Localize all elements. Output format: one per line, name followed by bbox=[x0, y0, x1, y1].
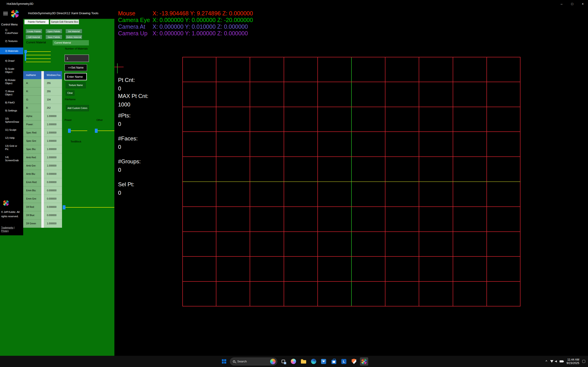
property-name-cell[interactable]: Emm Blu: bbox=[23, 186, 41, 195]
material-property-row[interactable]: Amb Blu: 0.000000 bbox=[23, 170, 62, 178]
property-name-cell[interactable]: Spec Gre: bbox=[23, 137, 41, 145]
property-name-cell[interactable]: Power: bbox=[23, 120, 41, 129]
property-value-cell[interactable]: 0.000000 bbox=[44, 186, 62, 195]
material-property-row[interactable]: Emm Red: 0.000000 bbox=[23, 178, 62, 186]
material-property-row[interactable]: Alpha: 1.000000 bbox=[23, 112, 62, 120]
task-view-button[interactable] bbox=[279, 357, 287, 366]
control-menu-item[interactable]: 1) ColorPicker bbox=[0, 28, 23, 35]
close-button[interactable]: × bbox=[578, 0, 588, 8]
property-value-cell[interactable]: 104 bbox=[44, 96, 62, 104]
material-count-input[interactable] bbox=[65, 55, 89, 62]
bottom-slider[interactable] bbox=[63, 205, 114, 210]
property-name-cell[interactable]: Amb Red: bbox=[23, 153, 41, 162]
clear-button[interactable]: Clear bbox=[66, 90, 74, 96]
column-header-type[interactable]: Windows.Fou bbox=[44, 71, 62, 79]
edge-button[interactable] bbox=[309, 357, 318, 366]
texture-name-button[interactable]: Texture Name bbox=[66, 82, 86, 88]
control-menu-item[interactable]: 8) FileIO bbox=[0, 101, 23, 104]
drawing-grid[interactable] bbox=[182, 57, 520, 307]
material-property-row[interactable]: Power: 1.000000 bbox=[23, 120, 62, 129]
power-slider[interactable] bbox=[68, 128, 87, 133]
control-menu-item[interactable]: 6) Rotate Object bbox=[0, 78, 23, 85]
store-button[interactable] bbox=[330, 357, 338, 366]
control-menu-item[interactable]: 11) Sculpt bbox=[0, 128, 23, 131]
property-name-cell[interactable]: Emm Gre: bbox=[23, 195, 41, 203]
material-property-row[interactable]: Spec Red: 1.000000 bbox=[23, 129, 62, 137]
property-value-cell[interactable]: 255 bbox=[44, 79, 62, 87]
bottom-slider-thumb[interactable] bbox=[63, 205, 65, 209]
hot3dx-app-button[interactable] bbox=[360, 357, 368, 366]
material-property-row[interactable]: Amb Red: 1.000000 bbox=[23, 153, 62, 162]
set-name-button[interactable]: ==Set Name bbox=[65, 64, 87, 71]
palette-button[interactable]: Open Palette bbox=[45, 29, 62, 33]
control-menu-item[interactable]: 9) Settings bbox=[0, 109, 23, 112]
material-property-row[interactable]: Amb Gre: 1.000000 bbox=[23, 162, 62, 170]
property-value-cell[interactable]: 1.000000 bbox=[44, 219, 62, 228]
slider-thumb-bar[interactable] bbox=[25, 53, 26, 61]
privacy-link[interactable]: Privacy bbox=[1, 230, 9, 232]
drawing-viewport[interactable]: MouseX: -13.904468 Y: 9.274896 Z: 0.0000… bbox=[114, 8, 588, 356]
maximize-button[interactable]: □ bbox=[567, 0, 578, 8]
security-button[interactable] bbox=[350, 357, 358, 366]
current-material-dropdown[interactable]: Current Material bbox=[52, 40, 89, 45]
mail-button[interactable] bbox=[320, 357, 328, 366]
property-name-cell[interactable]: R: bbox=[23, 87, 41, 96]
color-sliders[interactable] bbox=[24, 50, 52, 64]
control-menu-item[interactable]: 4) Draw! bbox=[0, 59, 23, 62]
control-menu-item[interactable]: 5) Scale Object bbox=[0, 67, 23, 74]
hamburger-menu-icon[interactable] bbox=[3, 12, 8, 15]
material-property-row[interactable]: Spec Blu: 1.000000 bbox=[23, 145, 62, 153]
tab-palette-filename[interactable]: Palette FileName bbox=[24, 19, 49, 24]
control-menu-item[interactable]: 3) Materials bbox=[0, 48, 23, 54]
trademarks-link[interactable]: Trademarks bbox=[1, 226, 13, 229]
property-name-cell[interactable]: Emm Red: bbox=[23, 178, 41, 186]
property-name-cell[interactable]: G: bbox=[23, 96, 41, 104]
material-property-row[interactable]: Emm Blu: 0.000000 bbox=[23, 186, 62, 195]
property-name-cell[interactable]: Dif Red: bbox=[23, 203, 41, 211]
add-custom-colors-button[interactable]: Add Custom Colors bbox=[66, 105, 89, 111]
material-property-row[interactable]: R: 255 bbox=[23, 87, 62, 96]
title-bar[interactable]: Hot3dxSymmetry3D – □ × bbox=[0, 0, 588, 8]
search-highlight-icon[interactable] bbox=[270, 359, 276, 364]
start-button[interactable] bbox=[220, 357, 228, 366]
control-menu-item[interactable]: 10) SphereDraw bbox=[0, 117, 23, 123]
material-property-row[interactable]: A: 255 bbox=[23, 79, 62, 87]
tray-chevron[interactable]: ^ bbox=[545, 359, 547, 363]
minimize-button[interactable]: – bbox=[556, 0, 567, 8]
control-menu-item[interactable]: 13) Grid or Pic bbox=[0, 144, 23, 151]
property-value-cell[interactable]: 1.000000 bbox=[44, 129, 62, 137]
column-splitter[interactable] bbox=[41, 71, 44, 79]
other-slider[interactable] bbox=[95, 128, 114, 133]
property-value-cell[interactable]: 0.000000 bbox=[44, 195, 62, 203]
file-explorer-button[interactable] bbox=[299, 357, 308, 366]
palette-button[interactable]: Set Material bbox=[65, 29, 82, 33]
control-menu-item[interactable]: 7) Move Object bbox=[0, 90, 23, 96]
palette-button[interactable]: Save Palette bbox=[45, 35, 62, 39]
control-menu-item[interactable]: 12) Help bbox=[0, 136, 23, 140]
material-property-row[interactable]: Spec Gre: 1.000000 bbox=[23, 137, 62, 145]
property-value-cell[interactable]: 1.000000 bbox=[44, 112, 62, 120]
power-slider-thumb[interactable] bbox=[68, 129, 71, 133]
tray-icons[interactable] bbox=[550, 360, 563, 363]
material-property-row[interactable]: Dif Red: 0.000000 bbox=[23, 203, 62, 211]
material-property-row[interactable]: Emm Gre: 0.000000 bbox=[23, 195, 62, 203]
material-property-row[interactable]: Dif Green 1.000000 bbox=[23, 219, 62, 228]
column-header-matname[interactable]: matName bbox=[23, 71, 41, 79]
control-menu-item[interactable]: 14) ScreenGrab bbox=[0, 156, 23, 162]
palette-button[interactable]: Create Palette bbox=[26, 29, 42, 33]
property-value-cell[interactable]: 0.000000 bbox=[44, 178, 62, 186]
property-value-cell[interactable]: 1.000000 bbox=[44, 145, 62, 153]
property-name-cell[interactable]: Spec Red: bbox=[23, 129, 41, 137]
linqpad-button[interactable]: L bbox=[340, 357, 348, 366]
name-input[interactable]: Enter Name bbox=[65, 73, 87, 80]
control-menu-item[interactable]: 2) Textures bbox=[0, 40, 23, 43]
other-slider-thumb[interactable] bbox=[95, 129, 98, 133]
property-name-cell[interactable]: Dif Green bbox=[23, 219, 41, 228]
copilot-button[interactable] bbox=[289, 357, 297, 366]
property-value-cell[interactable]: 0.000000 bbox=[44, 170, 62, 178]
property-name-cell[interactable]: B: bbox=[23, 104, 41, 112]
tab-sample-edit-filename-box[interactable]: Sample Edit Filename Box bbox=[50, 19, 79, 24]
property-value-cell[interactable]: 1.000000 bbox=[44, 137, 62, 145]
property-value-cell[interactable]: 255 bbox=[44, 87, 62, 96]
material-property-row[interactable]: Dif Blue: 0.000000 bbox=[23, 211, 62, 219]
